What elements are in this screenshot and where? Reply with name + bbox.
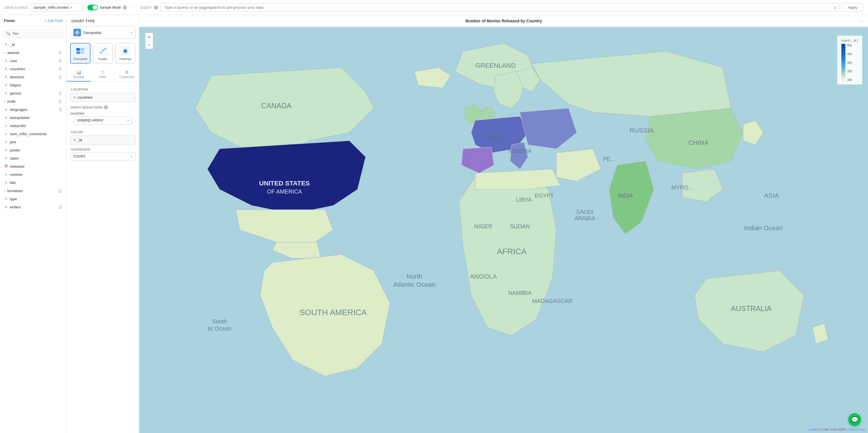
field-item[interactable]: A rated: [0, 154, 66, 162]
field-badge: []: [58, 91, 62, 95]
field-type-icon: A: [4, 205, 8, 209]
svg-text:RUSSIA: RUSSIA: [629, 127, 654, 134]
field-name: imdb: [7, 99, 56, 103]
leaflet-link[interactable]: Leaflet: [809, 428, 817, 431]
field-type-icon: A: [4, 59, 8, 62]
add-field-button[interactable]: + Add Field: [45, 19, 62, 23]
field-item[interactable]: A poster: [0, 146, 66, 154]
svg-text:GREENLAND: GREENLAND: [475, 62, 516, 69]
svg-text:NIGERIA: NIGERIA: [508, 148, 532, 154]
chart-subtype-scatter[interactable]: Scatter: [93, 43, 113, 64]
map-container[interactable]: UNITED STATES OF AMERICA CANADA SOUTH AM…: [139, 27, 868, 433]
field-item[interactable]: A _id: [0, 40, 66, 49]
legend-value-400: 400: [847, 53, 852, 56]
chart-type-select[interactable]: Geospatial ▾: [70, 26, 135, 39]
field-item[interactable]: A lastupdated: [0, 114, 66, 122]
field-name: metacritic: [10, 124, 62, 128]
reduction-field: countries UNWIND ARRAY ▾: [70, 111, 135, 128]
fields-header: Fields + Add Field: [0, 15, 66, 27]
location-label: Location: [67, 85, 139, 93]
query-label: Query: [140, 6, 152, 9]
field-name: countries: [10, 67, 57, 71]
datasource-select[interactable]: sample_mflix.movies ▾: [30, 3, 83, 11]
field-name: plot: [10, 140, 62, 144]
field-type-icon: A: [4, 148, 8, 152]
query-input[interactable]: [160, 3, 839, 11]
svg-text:ANGOLA: ANGOLA: [470, 273, 497, 280]
unwind-select[interactable]: UNWIND ARRAY ▾: [74, 116, 132, 124]
aggregate-select[interactable]: COUNT ▾: [70, 152, 135, 160]
field-item[interactable]: ▸ awards {}: [0, 49, 66, 57]
field-item[interactable]: A title: [0, 179, 66, 187]
field-name: runtime: [10, 173, 62, 177]
field-type-icon: A: [4, 140, 8, 144]
map-more-button[interactable]: ···: [859, 18, 863, 24]
field-item[interactable]: # metacritic: [0, 122, 66, 130]
query-clear-icon[interactable]: ⊗: [833, 5, 837, 10]
field-name: _id: [10, 42, 62, 47]
fields-search: 🔍: [3, 30, 63, 37]
field-item[interactable]: # num_mflix_comments: [0, 130, 66, 138]
chart-subtype-choropleth[interactable]: Choropleth: [70, 43, 91, 64]
array-reductions-info-icon[interactable]: i: [104, 105, 108, 110]
field-item[interactable]: ▸ imdb {}: [0, 97, 66, 105]
svg-text:Indian Ocean: Indian Ocean: [744, 224, 783, 231]
field-type-icon: A: [4, 108, 8, 111]
svg-point-10: [101, 51, 102, 52]
expand-icon: ▸: [4, 51, 5, 54]
field-item[interactable]: A type: [0, 195, 66, 203]
field-type-icon: A: [4, 67, 8, 70]
svg-text:CHINA: CHINA: [688, 139, 709, 146]
field-item[interactable]: A cast []: [0, 57, 66, 65]
svg-text:UNITED STATES: UNITED STATES: [259, 180, 310, 187]
field-item[interactable]: 📅 released: [0, 162, 66, 171]
field-item[interactable]: A writers []: [0, 203, 66, 211]
field-item[interactable]: A directors []: [0, 73, 66, 81]
fields-search-input[interactable]: [12, 32, 60, 36]
zoom-out-button[interactable]: −: [145, 41, 153, 49]
field-type-icon: A: [4, 181, 8, 184]
scatter-label: Scatter: [98, 58, 107, 61]
field-item[interactable]: A countries []: [0, 65, 66, 73]
chart-subtype-heatmap[interactable]: Heatmap: [115, 43, 135, 64]
zoom-in-button[interactable]: +: [145, 33, 153, 41]
sample-mode-toggle[interactable]: [87, 5, 98, 10]
field-name: genres: [10, 91, 57, 95]
field-item[interactable]: ▸ tomatoes {}: [0, 187, 66, 195]
field-item[interactable]: A plot: [0, 138, 66, 146]
color-field-name: _id: [77, 138, 132, 142]
location-field: A countries: [70, 93, 135, 102]
tab-encode[interactable]: 📊 Encode: [67, 68, 91, 82]
tab-filter[interactable]: ▽ Filter: [91, 68, 115, 82]
svg-text:SAUDI: SAUDI: [576, 209, 594, 215]
field-item[interactable]: # runtime: [0, 171, 66, 179]
field-name: directors: [10, 75, 57, 79]
customize-tab-label: Customize: [120, 75, 134, 79]
legend-gradient: [841, 44, 845, 82]
terms-link[interactable]: Terms of Use: [848, 428, 865, 431]
field-type-icon: #: [4, 124, 8, 127]
aggregate-label: AGGREGATE: [67, 147, 139, 152]
svg-text:NAMIBIA: NAMIBIA: [508, 290, 532, 296]
field-name: title: [10, 181, 62, 185]
query-info-icon[interactable]: i: [154, 5, 158, 9]
field-badge: []: [58, 59, 62, 63]
chat-button[interactable]: 💬: [848, 413, 861, 426]
svg-point-15: [124, 50, 126, 52]
customize-icon: ⚙: [125, 70, 129, 74]
tab-customize[interactable]: ⚙ Customize: [115, 68, 139, 82]
svg-text:EGYPT: EGYPT: [535, 192, 554, 199]
svg-text:AFRICA: AFRICA: [497, 247, 527, 256]
field-type-icon: A: [4, 91, 8, 95]
field-item[interactable]: A fullplot: [0, 81, 66, 89]
svg-text:North: North: [406, 273, 423, 280]
svg-rect-2: [76, 48, 80, 51]
sample-mode-info-icon[interactable]: i: [123, 5, 127, 9]
legend-labels: 500 400 300 200 100: [847, 44, 852, 82]
field-item[interactable]: A genres []: [0, 89, 66, 97]
field-item[interactable]: A languages []: [0, 105, 66, 114]
apply-button[interactable]: Apply: [842, 3, 863, 12]
field-name: type: [10, 197, 62, 201]
field-name: writers: [10, 205, 57, 209]
field-name: tomatoes: [7, 189, 56, 193]
